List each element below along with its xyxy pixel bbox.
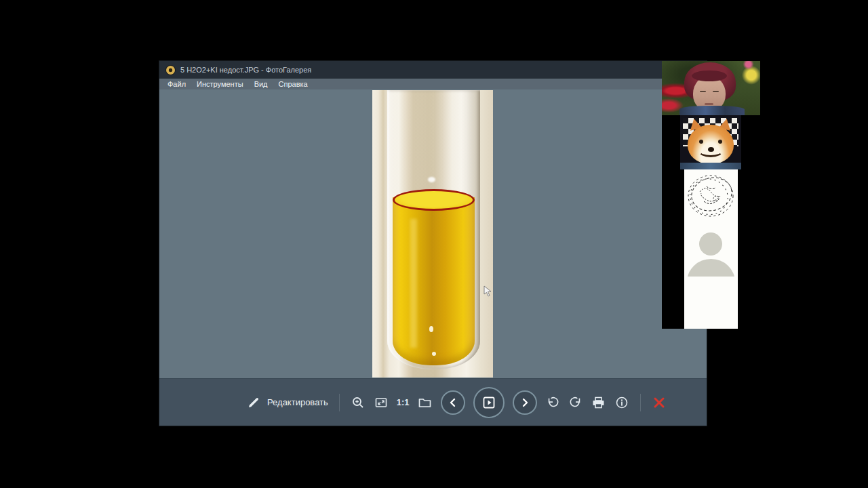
toolbar-divider xyxy=(339,394,340,411)
open-folder-icon[interactable] xyxy=(418,395,433,410)
participant-avatar-sketch[interactable] xyxy=(662,169,760,224)
glass-glint xyxy=(428,177,435,182)
close-icon[interactable] xyxy=(652,395,667,410)
window-title: 5 H2O2+KI недост.JPG - ФотоГалерея xyxy=(180,66,311,74)
actual-size-button[interactable]: 1:1 xyxy=(397,397,410,407)
scribble-sketch-avatar xyxy=(684,169,738,224)
mouse-cursor xyxy=(484,285,492,298)
dog-background-strip xyxy=(680,163,741,169)
rotate-left-icon[interactable] xyxy=(545,395,560,410)
edit-pencil-icon xyxy=(246,395,261,410)
rotate-right-icon[interactable] xyxy=(568,395,583,410)
dog-smile xyxy=(698,145,723,157)
zoom-in-icon[interactable] xyxy=(351,395,366,410)
blank-white-tile xyxy=(684,277,738,329)
previous-button[interactable] xyxy=(441,390,465,415)
woman-shirt xyxy=(679,106,745,115)
participant-video-webcam[interactable] xyxy=(662,61,760,115)
next-button[interactable] xyxy=(513,390,537,415)
silhouette-shoulders xyxy=(687,259,735,277)
dog-eye xyxy=(718,140,722,144)
image-viewer-area xyxy=(159,89,707,378)
menu-tools[interactable]: Инструменты xyxy=(197,79,243,89)
menu-bar: Файл Инструменты Вид Справка xyxy=(159,79,707,89)
slideshow-button[interactable] xyxy=(473,387,505,418)
bubble xyxy=(429,326,433,332)
toolbar-divider xyxy=(640,394,641,411)
window-titlebar: 5 H2O2+KI недост.JPG - ФотоГалерея xyxy=(159,61,707,79)
woman-eye xyxy=(700,91,706,92)
person-silhouette-avatar xyxy=(684,224,738,277)
photo-gallery-window: 5 H2O2+KI недост.JPG - ФотоГалерея Файл … xyxy=(159,61,707,426)
test-tube-glass xyxy=(387,90,480,369)
edit-button-label: Редактировать xyxy=(267,397,328,407)
yellow-liquid xyxy=(393,197,475,365)
shiba-dog-avatar xyxy=(680,115,741,169)
participant-avatar-dog[interactable] xyxy=(662,115,760,169)
woman-eye xyxy=(713,91,719,92)
menu-help[interactable]: Справка xyxy=(279,79,308,89)
info-icon[interactable] xyxy=(614,395,629,410)
dog-head xyxy=(688,125,734,164)
menu-file[interactable]: Файл xyxy=(167,79,186,89)
red-meniscus-ring xyxy=(393,189,475,211)
participant-avatar-silhouette[interactable] xyxy=(662,224,760,277)
fit-to-window-icon[interactable] xyxy=(374,395,389,410)
menu-view[interactable]: Вид xyxy=(254,79,268,89)
participants-sidebar xyxy=(662,61,760,329)
app-logo-icon xyxy=(166,66,175,75)
photo-test-tube xyxy=(372,90,493,378)
bubble xyxy=(432,352,436,356)
edit-button[interactable]: Редактировать xyxy=(246,395,328,410)
woman-hair-fringe xyxy=(692,70,727,81)
dog-eye xyxy=(699,140,703,144)
woman-mouth xyxy=(705,103,713,105)
print-icon[interactable] xyxy=(591,395,606,410)
viewer-toolbar: Редактировать 1:1 xyxy=(159,378,707,426)
liquid-highlight xyxy=(410,219,417,348)
silhouette-head xyxy=(699,232,722,256)
participant-blank[interactable] xyxy=(662,277,760,329)
